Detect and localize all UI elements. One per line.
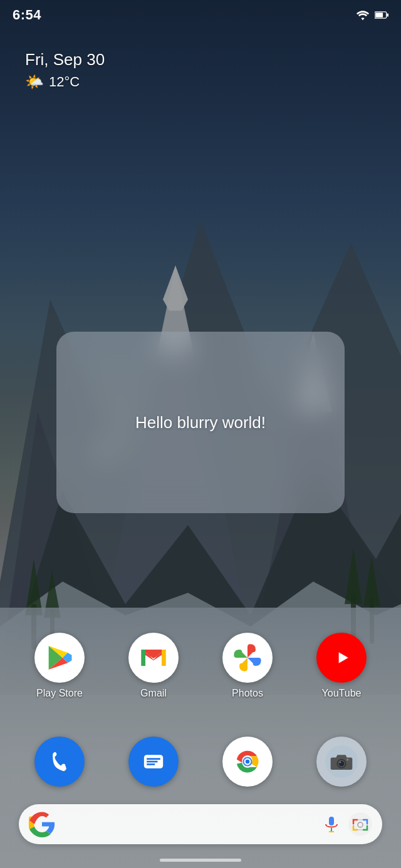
play-store-label: Play Store [36, 688, 83, 699]
app-item-play-store[interactable]: Play Store [19, 633, 100, 699]
svg-rect-19 [375, 13, 383, 18]
dock-item-chrome[interactable] [207, 737, 288, 787]
svg-rect-24 [162, 650, 166, 666]
messages-icon[interactable] [128, 737, 179, 787]
svg-rect-20 [387, 13, 388, 16]
svg-rect-46 [348, 812, 372, 836]
app-item-youtube[interactable]: YouTube [301, 633, 382, 699]
photos-label: Photos [232, 688, 263, 699]
status-time: 6:54 [13, 7, 41, 23]
phone-icon[interactable] [34, 737, 85, 787]
youtube-icon[interactable] [316, 633, 367, 683]
dock-row [0, 737, 401, 787]
status-bar: 6:54 [0, 0, 401, 30]
battery-icon [375, 10, 388, 20]
gmail-label: Gmail [140, 688, 167, 699]
status-icons [356, 9, 388, 21]
date-widget: Fri, Sep 30 🌤️ 12°C [25, 50, 105, 91]
youtube-label: YouTube [322, 688, 362, 699]
svg-point-36 [246, 760, 250, 764]
app-item-photos[interactable]: Photos [207, 633, 288, 699]
play-store-icon[interactable] [34, 633, 85, 683]
chrome-icon[interactable] [222, 737, 273, 787]
date-text: Fri, Sep 30 [25, 50, 105, 69]
google-g-logo [29, 811, 55, 837]
camera-icon[interactable] [316, 737, 367, 787]
photos-icon[interactable] [222, 633, 273, 683]
dock-item-messages[interactable] [113, 737, 194, 787]
app-item-gmail[interactable]: Gmail [113, 633, 194, 699]
dock-item-camera[interactable] [301, 737, 382, 787]
blurry-widget: Hello blurry world! [56, 332, 345, 513]
weather-icon: 🌤️ [25, 73, 44, 91]
svg-rect-23 [142, 650, 146, 666]
search-bar[interactable] [19, 804, 382, 844]
svg-rect-43 [329, 817, 334, 825]
home-indicator [160, 859, 241, 862]
dock-item-phone[interactable] [19, 737, 100, 787]
weather-row: 🌤️ 12°C [25, 73, 105, 91]
weather-temp: 12°C [49, 74, 80, 90]
svg-point-27 [43, 745, 76, 778]
svg-point-42 [346, 758, 348, 760]
blurry-widget-text: Hello blurry world! [135, 413, 266, 432]
microphone-icon[interactable] [322, 815, 341, 834]
wifi-icon [356, 9, 370, 21]
lens-icon[interactable] [348, 812, 372, 836]
svg-point-41 [340, 762, 341, 763]
home-apps-row: Play Store Gmail [0, 633, 401, 699]
gmail-icon[interactable] [128, 633, 179, 683]
